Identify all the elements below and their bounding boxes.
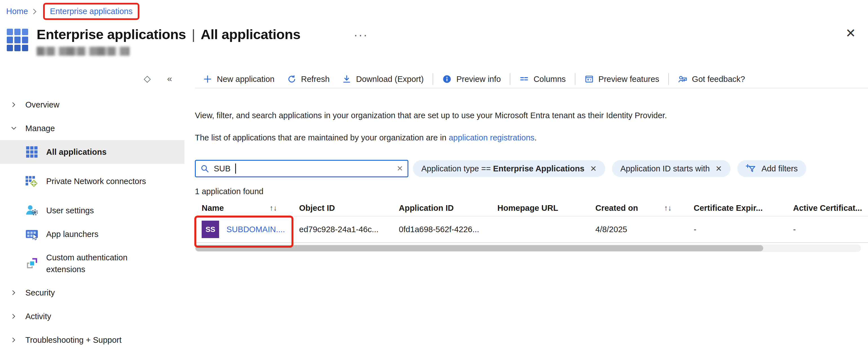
sidebar-item-user-settings[interactable]: User settings <box>0 199 184 222</box>
refresh-icon <box>287 74 297 84</box>
info-icon <box>442 74 452 84</box>
app-avatar: SS <box>202 221 219 238</box>
annotation-box-breadcrumb: Enterprise applications <box>43 3 139 20</box>
column-header-homepage-url[interactable]: Homepage URL <box>497 204 595 213</box>
active-certificates-cell: - <box>793 225 868 234</box>
toolbar-divider <box>433 73 433 85</box>
plus-icon <box>203 74 212 84</box>
sidebar-item-custom-authentication-extensions[interactable]: Custom authentication extensions <box>0 246 184 281</box>
text-caret <box>235 164 236 174</box>
columns-button[interactable]: Columns <box>513 74 572 84</box>
close-icon[interactable]: ✕ <box>845 27 856 39</box>
main-content: New application Refresh Download (Export… <box>195 70 868 252</box>
download-icon <box>342 74 351 84</box>
feedback-icon <box>678 74 687 84</box>
application-registrations-link[interactable]: application registrations <box>448 133 534 142</box>
chevron-right-icon <box>11 289 17 296</box>
remove-filter-icon[interactable]: ✕ <box>715 164 722 173</box>
breadcrumb-home-link[interactable]: Home <box>6 7 28 16</box>
app-launcher-icon <box>25 227 39 241</box>
sidebar-item-security[interactable]: Security <box>0 281 184 305</box>
column-header-active-certificates[interactable]: Active Certificat... <box>793 204 868 213</box>
preview-features-icon <box>584 74 594 84</box>
sidebar-item-overview[interactable]: Overview <box>0 93 184 116</box>
refresh-button[interactable]: Refresh <box>281 74 336 84</box>
chevron-right-icon <box>11 337 17 343</box>
preview-features-button[interactable]: Preview features <box>578 74 665 84</box>
add-filter-funnel-icon <box>746 164 756 174</box>
sidebar: ◇ « Overview Manage All applications <box>0 70 184 347</box>
breadcrumb-current-link[interactable]: Enterprise applications <box>50 7 132 16</box>
search-input[interactable]: SUB ✕ <box>195 160 408 177</box>
app-registrations-note: The list of applications that are mainta… <box>195 133 868 142</box>
columns-icon <box>519 74 529 84</box>
grid-icon <box>25 145 39 159</box>
toolbar-divider <box>575 73 576 85</box>
dock-blade-icon[interactable]: ◇ <box>144 74 151 83</box>
column-header-name[interactable]: Name ↑↓ <box>202 204 299 213</box>
column-header-application-id[interactable]: Application ID <box>399 204 497 213</box>
preview-info-button[interactable]: Preview info <box>436 74 507 84</box>
breadcrumb: Home Enterprise applications <box>6 3 140 20</box>
sidebar-item-all-applications[interactable]: All applications <box>0 140 184 164</box>
filter-pill-application-type[interactable]: Application type == Enterprise Applicati… <box>413 160 605 177</box>
custom-auth-icon <box>25 256 39 271</box>
result-count: 1 application found <box>195 187 868 196</box>
filter-pill-application-id[interactable]: Application ID starts with ✕ <box>612 160 731 177</box>
command-bar: New application Refresh Download (Export… <box>195 70 868 89</box>
sidebar-item-app-launchers[interactable]: App launchers <box>0 222 184 246</box>
more-options-ellipsis-button[interactable]: ··· <box>354 28 368 42</box>
sidebar-item-manage[interactable]: Manage <box>0 116 184 140</box>
page-title: Enterprise applications|All applications <box>37 27 301 42</box>
column-header-object-id[interactable]: Object ID <box>299 204 399 213</box>
clear-search-icon[interactable]: ✕ <box>397 164 403 173</box>
remove-filter-icon[interactable]: ✕ <box>590 164 596 173</box>
created-on-cell: 4/8/2025 <box>595 225 694 234</box>
page-description: View, filter, and search applications in… <box>195 111 868 120</box>
table-row[interactable]: SS SUBDOMAIN.... ed79c928-24a1-46c... 0f… <box>195 216 868 243</box>
application-id-cell: 0fd1a698-562f-4226... <box>399 225 497 234</box>
chevron-right-icon <box>11 102 17 108</box>
object-id-cell: ed79c928-24a1-46c... <box>299 225 399 234</box>
toolbar-divider <box>668 73 669 85</box>
sidebar-item-activity[interactable]: Activity <box>0 305 184 328</box>
table-header: Name ↑↓ Object ID Application ID Homepag… <box>195 200 868 216</box>
collapse-menu-icon[interactable]: « <box>167 74 172 83</box>
breadcrumb-chevron-icon <box>32 8 37 15</box>
scrollbar-thumb[interactable] <box>195 245 763 251</box>
application-name-link[interactable]: SUBDOMAIN.... <box>226 225 285 234</box>
network-connector-icon <box>25 174 39 188</box>
tenant-name-redacted <box>37 47 129 56</box>
add-filters-button[interactable]: Add filters <box>737 160 806 177</box>
search-icon <box>200 164 209 173</box>
horizontal-scrollbar[interactable] <box>195 245 861 252</box>
user-settings-icon <box>25 204 39 217</box>
filter-bar: SUB ✕ Application type == Enterprise App… <box>195 160 868 177</box>
certificate-expiring-cell: - <box>694 225 793 234</box>
enterprise-apps-grid-icon <box>7 29 28 51</box>
chevron-right-icon <box>11 313 17 319</box>
sort-icon[interactable]: ↑↓ <box>664 204 672 212</box>
download-export-button[interactable]: Download (Export) <box>336 74 430 84</box>
search-value: SUB <box>214 164 231 173</box>
page-header: Enterprise applications|All applications <box>7 27 301 56</box>
column-header-created-on[interactable]: Created on ↑↓ <box>595 204 694 213</box>
chevron-down-icon <box>11 125 17 131</box>
sidebar-item-troubleshooting-support[interactable]: Troubleshooting + Support <box>0 328 184 347</box>
new-application-button[interactable]: New application <box>196 74 281 84</box>
toolbar-divider <box>510 73 510 85</box>
sidebar-item-private-network-connectors[interactable]: Private Network connectors <box>0 164 184 199</box>
column-header-certificate-expiring[interactable]: Certificate Expir... <box>694 204 793 213</box>
sort-icon[interactable]: ↑↓ <box>270 204 277 212</box>
got-feedback-button[interactable]: Got feedback? <box>672 74 751 84</box>
